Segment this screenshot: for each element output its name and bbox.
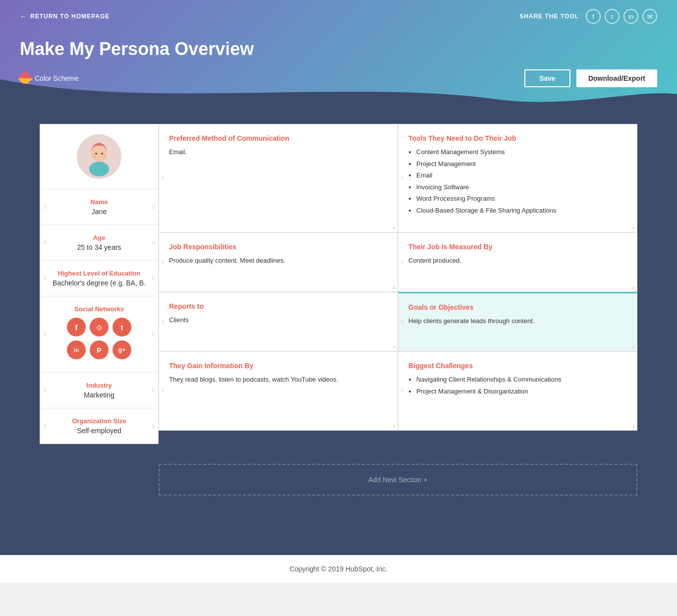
svg-point-2 [91,146,107,162]
job-responsibilities-card: Job Responsibilities Produce quality con… [159,232,398,292]
twitter-icon[interactable]: t [113,318,131,336]
add-new-section-button[interactable]: Add New Section + [159,464,637,496]
card-resize-handle[interactable]: ⌟ [393,342,395,349]
age-section: Age 25 to 34 years [40,225,158,261]
gain-info-content: They read blogs, listen to podcasts, wat… [169,375,388,385]
tools-card: Tools They Need to Do Their Job Content … [398,124,637,232]
list-item: Word Processing Programs [416,194,627,204]
gain-info-card: They Gain Information By They read blogs… [159,351,398,431]
gain-info-title: They Gain Information By [169,362,388,370]
industry-section: Industry Marketing [40,373,158,408]
linkedin-share-icon[interactable]: in [623,9,638,24]
facebook-icon[interactable]: f [67,318,86,336]
list-item: Invoicing Software [416,182,627,192]
reports-to-content: Clients [169,315,388,325]
age-value: 25 to 34 years [48,243,150,251]
education-label: Highest Level of Education [48,270,150,277]
social-icons-row-1: f ◇ t [48,318,150,336]
challenges-title: Biggest Challenges [408,362,627,370]
cards-row-4: They Gain Information By They read blogs… [159,351,637,431]
svg-point-3 [95,153,97,155]
list-item: Cloud-Based Storage & File Sharing Appli… [416,206,627,216]
goals-card: Goals or Objectives Help clients generat… [398,292,637,351]
job-resp-title: Job Responsibilities [169,243,388,251]
name-label: Name [48,198,150,206]
wave-decoration [0,79,677,109]
persona-sidebar: Name Jane Age 25 to 34 years Highest Lev… [40,124,159,444]
email-share-icon[interactable]: ✉ [642,9,657,24]
industry-label: Industry [48,382,150,389]
add-section-container: Add New Section + [159,454,637,496]
cards-row-2: Job Responsibilities Produce quality con… [159,232,637,292]
name-section: Name Jane [40,189,158,225]
challenges-card: Biggest Challenges Navigating Client Rel… [398,351,637,431]
avatar-section [40,124,158,189]
goals-content: Help clients generate leads through cont… [408,316,627,326]
linkedin-icon[interactable]: in [67,340,86,359]
page-title: Make My Persona Overview [20,39,657,59]
card-resize-handle[interactable]: ⌟ [393,223,395,230]
card-resize-handle[interactable]: ⌟ [632,282,635,289]
name-value: Jane [48,208,150,216]
job-measured-content: Content produced. [408,256,627,266]
list-item: Navigating Client Relationships & Commun… [416,375,627,385]
header-top: ← RETURN TO HOMEPAGE SHARE THE TOOL f t … [20,9,657,24]
share-label: SHARE THE TOOL [519,13,579,20]
job-resp-content: Produce quality content. Meet deadlines. [169,256,388,266]
reports-to-title: Reports to [169,302,388,310]
org-size-value: Self-employed [48,427,150,435]
persona-main-content: Preferred Method of Communication Email.… [159,124,637,431]
svg-point-4 [101,153,103,155]
header-background: ← RETURN TO HOMEPAGE SHARE THE TOOL f t … [0,0,677,109]
cards-row-1: Preferred Method of Communication Email.… [159,124,637,232]
tools-title: Tools They Need to Do Their Job [408,134,627,142]
org-size-label: Organization Size [48,417,150,425]
pref-comm-content: Email. [169,147,388,157]
return-arrow-icon: ← [20,12,27,20]
tools-list: Content Management Systems Project Manag… [408,147,627,215]
social-networks-label: Social Networks [48,305,150,313]
instagram-icon[interactable]: ◇ [90,318,109,336]
card-resize-handle[interactable]: ⌟ [632,421,635,428]
avatar-image [79,137,119,176]
job-measured-card: Their Job Is Measured By Content produce… [398,232,637,292]
tools-content: Content Management Systems Project Manag… [408,147,627,215]
social-networks-section: Social Networks f ◇ t in P g+ [40,296,158,373]
svg-point-1 [89,162,109,176]
list-item: Email [416,170,627,180]
card-resize-handle[interactable]: ⌟ [393,282,395,289]
goals-title: Goals or Objectives [408,303,627,311]
card-resize-handle[interactable]: ⌟ [632,342,635,349]
challenges-content: Navigating Client Relationships & Commun… [408,375,627,396]
main-content: Name Jane Age 25 to 34 years Highest Lev… [0,109,677,555]
svg-point-5 [93,155,96,158]
social-icons-row-2: in P g+ [48,340,150,359]
education-section: Highest Level of Education Bachelor's de… [40,261,158,296]
svg-point-6 [103,155,106,158]
twitter-share-icon[interactable]: t [605,9,620,24]
avatar [77,134,121,179]
pinterest-icon[interactable]: P [90,340,109,359]
list-item: Project Management & Disorganization [416,387,627,396]
age-label: Age [48,234,150,241]
social-icons-container: f ◇ t in P g+ [48,318,150,359]
org-size-section: Organization Size Self-employed [40,408,158,444]
facebook-share-icon[interactable]: f [586,9,601,24]
challenges-list: Navigating Client Relationships & Commun… [408,375,627,396]
pref-comm-title: Preferred Method of Communication [169,134,388,142]
industry-value: Marketing [48,391,150,399]
footer-copyright: Copyright © 2019 HubSpot, Inc. [289,565,388,573]
card-resize-handle[interactable]: ⌟ [632,223,635,230]
return-to-homepage-link[interactable]: ← RETURN TO HOMEPAGE [20,12,110,20]
list-item: Content Management Systems [416,147,627,157]
education-value: Bachelor's degree (e.g. BA, B. [48,279,150,287]
cards-row-3: Reports to Clients ⌟ Goals or Objectives… [159,292,637,351]
list-item: Project Management [416,159,627,169]
job-measured-title: Their Job Is Measured By [408,243,627,251]
card-resize-handle[interactable]: ⌟ [393,421,395,428]
share-area: SHARE THE TOOL f t in ✉ [519,9,657,24]
return-label: RETURN TO HOMEPAGE [30,13,110,20]
google-plus-icon[interactable]: g+ [113,340,131,359]
persona-grid: Name Jane Age 25 to 34 years Highest Lev… [40,124,637,444]
reports-to-card: Reports to Clients ⌟ [159,292,398,351]
